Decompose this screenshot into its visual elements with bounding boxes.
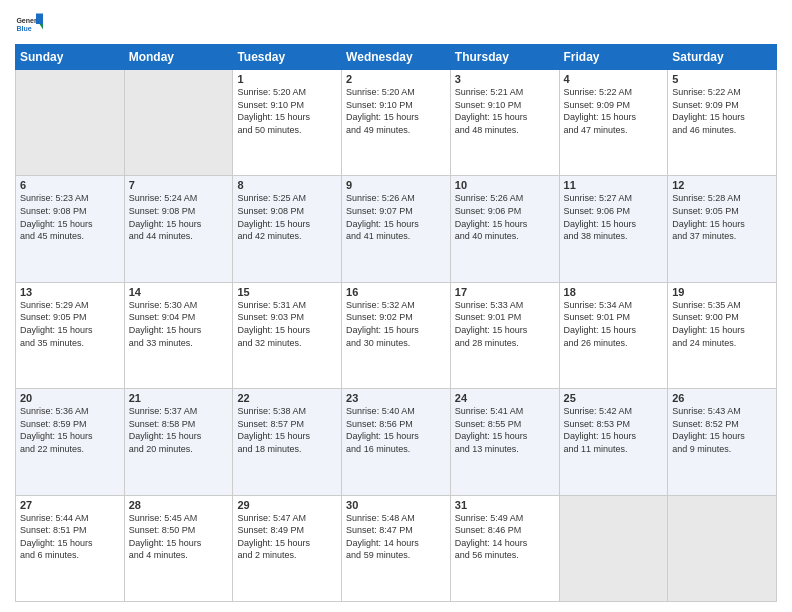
day-cell: 25Sunrise: 5:42 AM Sunset: 8:53 PM Dayli… xyxy=(559,389,668,495)
day-number: 28 xyxy=(129,499,229,511)
day-number: 19 xyxy=(672,286,772,298)
weekday-header-friday: Friday xyxy=(559,45,668,70)
day-cell: 28Sunrise: 5:45 AM Sunset: 8:50 PM Dayli… xyxy=(124,495,233,601)
weekday-header-tuesday: Tuesday xyxy=(233,45,342,70)
day-number: 5 xyxy=(672,73,772,85)
day-number: 29 xyxy=(237,499,337,511)
day-info: Sunrise: 5:29 AM Sunset: 9:05 PM Dayligh… xyxy=(20,299,120,349)
day-number: 22 xyxy=(237,392,337,404)
day-cell: 8Sunrise: 5:25 AM Sunset: 9:08 PM Daylig… xyxy=(233,176,342,282)
weekday-header-saturday: Saturday xyxy=(668,45,777,70)
day-cell: 7Sunrise: 5:24 AM Sunset: 9:08 PM Daylig… xyxy=(124,176,233,282)
logo-icon: General Blue xyxy=(15,10,43,38)
day-number: 8 xyxy=(237,179,337,191)
day-info: Sunrise: 5:20 AM Sunset: 9:10 PM Dayligh… xyxy=(237,86,337,136)
day-info: Sunrise: 5:48 AM Sunset: 8:47 PM Dayligh… xyxy=(346,512,446,562)
day-info: Sunrise: 5:24 AM Sunset: 9:08 PM Dayligh… xyxy=(129,192,229,242)
day-info: Sunrise: 5:26 AM Sunset: 9:07 PM Dayligh… xyxy=(346,192,446,242)
day-info: Sunrise: 5:30 AM Sunset: 9:04 PM Dayligh… xyxy=(129,299,229,349)
day-cell: 30Sunrise: 5:48 AM Sunset: 8:47 PM Dayli… xyxy=(342,495,451,601)
week-row-2: 6Sunrise: 5:23 AM Sunset: 9:08 PM Daylig… xyxy=(16,176,777,282)
header: General Blue xyxy=(15,10,777,38)
day-info: Sunrise: 5:22 AM Sunset: 9:09 PM Dayligh… xyxy=(672,86,772,136)
day-number: 23 xyxy=(346,392,446,404)
day-number: 30 xyxy=(346,499,446,511)
day-number: 13 xyxy=(20,286,120,298)
svg-text:Blue: Blue xyxy=(16,25,31,32)
day-cell xyxy=(124,70,233,176)
day-cell: 11Sunrise: 5:27 AM Sunset: 9:06 PM Dayli… xyxy=(559,176,668,282)
day-cell: 12Sunrise: 5:28 AM Sunset: 9:05 PM Dayli… xyxy=(668,176,777,282)
week-row-4: 20Sunrise: 5:36 AM Sunset: 8:59 PM Dayli… xyxy=(16,389,777,495)
day-number: 17 xyxy=(455,286,555,298)
day-info: Sunrise: 5:32 AM Sunset: 9:02 PM Dayligh… xyxy=(346,299,446,349)
day-number: 20 xyxy=(20,392,120,404)
day-info: Sunrise: 5:23 AM Sunset: 9:08 PM Dayligh… xyxy=(20,192,120,242)
day-cell: 4Sunrise: 5:22 AM Sunset: 9:09 PM Daylig… xyxy=(559,70,668,176)
day-cell: 23Sunrise: 5:40 AM Sunset: 8:56 PM Dayli… xyxy=(342,389,451,495)
day-number: 2 xyxy=(346,73,446,85)
day-number: 24 xyxy=(455,392,555,404)
day-cell: 19Sunrise: 5:35 AM Sunset: 9:00 PM Dayli… xyxy=(668,282,777,388)
day-number: 25 xyxy=(564,392,664,404)
week-row-1: 1Sunrise: 5:20 AM Sunset: 9:10 PM Daylig… xyxy=(16,70,777,176)
day-cell: 13Sunrise: 5:29 AM Sunset: 9:05 PM Dayli… xyxy=(16,282,125,388)
day-cell: 5Sunrise: 5:22 AM Sunset: 9:09 PM Daylig… xyxy=(668,70,777,176)
day-info: Sunrise: 5:35 AM Sunset: 9:00 PM Dayligh… xyxy=(672,299,772,349)
day-info: Sunrise: 5:47 AM Sunset: 8:49 PM Dayligh… xyxy=(237,512,337,562)
day-info: Sunrise: 5:21 AM Sunset: 9:10 PM Dayligh… xyxy=(455,86,555,136)
day-cell: 18Sunrise: 5:34 AM Sunset: 9:01 PM Dayli… xyxy=(559,282,668,388)
weekday-header-wednesday: Wednesday xyxy=(342,45,451,70)
day-number: 31 xyxy=(455,499,555,511)
day-number: 18 xyxy=(564,286,664,298)
day-cell: 14Sunrise: 5:30 AM Sunset: 9:04 PM Dayli… xyxy=(124,282,233,388)
day-info: Sunrise: 5:42 AM Sunset: 8:53 PM Dayligh… xyxy=(564,405,664,455)
day-cell: 22Sunrise: 5:38 AM Sunset: 8:57 PM Dayli… xyxy=(233,389,342,495)
day-number: 6 xyxy=(20,179,120,191)
day-number: 11 xyxy=(564,179,664,191)
weekday-header-row: SundayMondayTuesdayWednesdayThursdayFrid… xyxy=(16,45,777,70)
day-number: 4 xyxy=(564,73,664,85)
day-number: 12 xyxy=(672,179,772,191)
day-info: Sunrise: 5:44 AM Sunset: 8:51 PM Dayligh… xyxy=(20,512,120,562)
day-info: Sunrise: 5:31 AM Sunset: 9:03 PM Dayligh… xyxy=(237,299,337,349)
day-info: Sunrise: 5:38 AM Sunset: 8:57 PM Dayligh… xyxy=(237,405,337,455)
day-number: 21 xyxy=(129,392,229,404)
day-info: Sunrise: 5:45 AM Sunset: 8:50 PM Dayligh… xyxy=(129,512,229,562)
day-cell: 6Sunrise: 5:23 AM Sunset: 9:08 PM Daylig… xyxy=(16,176,125,282)
day-cell xyxy=(16,70,125,176)
day-info: Sunrise: 5:27 AM Sunset: 9:06 PM Dayligh… xyxy=(564,192,664,242)
day-cell xyxy=(668,495,777,601)
day-cell: 3Sunrise: 5:21 AM Sunset: 9:10 PM Daylig… xyxy=(450,70,559,176)
day-info: Sunrise: 5:26 AM Sunset: 9:06 PM Dayligh… xyxy=(455,192,555,242)
day-info: Sunrise: 5:34 AM Sunset: 9:01 PM Dayligh… xyxy=(564,299,664,349)
day-number: 9 xyxy=(346,179,446,191)
page: General Blue SundayMondayTuesdayWednesda… xyxy=(0,0,792,612)
day-cell xyxy=(559,495,668,601)
day-info: Sunrise: 5:28 AM Sunset: 9:05 PM Dayligh… xyxy=(672,192,772,242)
day-cell: 31Sunrise: 5:49 AM Sunset: 8:46 PM Dayli… xyxy=(450,495,559,601)
day-info: Sunrise: 5:49 AM Sunset: 8:46 PM Dayligh… xyxy=(455,512,555,562)
day-info: Sunrise: 5:37 AM Sunset: 8:58 PM Dayligh… xyxy=(129,405,229,455)
day-cell: 2Sunrise: 5:20 AM Sunset: 9:10 PM Daylig… xyxy=(342,70,451,176)
day-cell: 24Sunrise: 5:41 AM Sunset: 8:55 PM Dayli… xyxy=(450,389,559,495)
day-cell: 9Sunrise: 5:26 AM Sunset: 9:07 PM Daylig… xyxy=(342,176,451,282)
week-row-5: 27Sunrise: 5:44 AM Sunset: 8:51 PM Dayli… xyxy=(16,495,777,601)
day-info: Sunrise: 5:20 AM Sunset: 9:10 PM Dayligh… xyxy=(346,86,446,136)
day-number: 15 xyxy=(237,286,337,298)
day-cell: 29Sunrise: 5:47 AM Sunset: 8:49 PM Dayli… xyxy=(233,495,342,601)
day-number: 26 xyxy=(672,392,772,404)
day-number: 27 xyxy=(20,499,120,511)
weekday-header-thursday: Thursday xyxy=(450,45,559,70)
svg-marker-3 xyxy=(36,14,43,25)
day-number: 7 xyxy=(129,179,229,191)
day-cell: 21Sunrise: 5:37 AM Sunset: 8:58 PM Dayli… xyxy=(124,389,233,495)
day-cell: 17Sunrise: 5:33 AM Sunset: 9:01 PM Dayli… xyxy=(450,282,559,388)
weekday-header-sunday: Sunday xyxy=(16,45,125,70)
day-cell: 26Sunrise: 5:43 AM Sunset: 8:52 PM Dayli… xyxy=(668,389,777,495)
day-info: Sunrise: 5:43 AM Sunset: 8:52 PM Dayligh… xyxy=(672,405,772,455)
day-number: 10 xyxy=(455,179,555,191)
day-info: Sunrise: 5:33 AM Sunset: 9:01 PM Dayligh… xyxy=(455,299,555,349)
day-number: 3 xyxy=(455,73,555,85)
logo: General Blue xyxy=(15,10,43,38)
